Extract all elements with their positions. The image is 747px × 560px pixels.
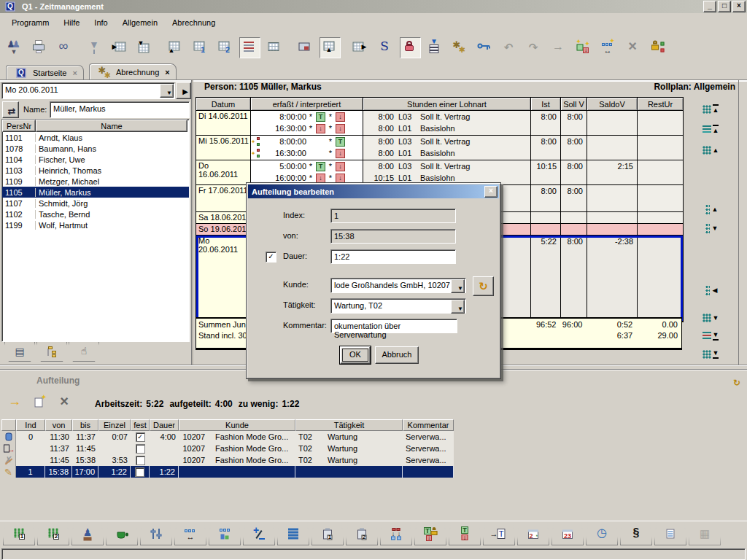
new-split-button[interactable]: ✦ <box>31 393 50 413</box>
person-row[interactable]: 1199Wolf, Hartmut <box>2 219 189 230</box>
split-col-header[interactable]: bis <box>72 419 98 431</box>
fest-checkbox[interactable]: ✓ <box>136 432 145 442</box>
col-up-button[interactable]: ▲ <box>702 201 734 220</box>
taetigkeit-combobox[interactable]: Wartung, T02 ▼ <box>330 298 466 314</box>
dialog-close-button[interactable]: × <box>484 186 498 198</box>
person-col-header[interactable]: Name <box>36 120 187 132</box>
lock-status-button[interactable] <box>648 37 669 58</box>
menu-programm[interactable]: Programm <box>4 16 56 29</box>
fest-checkbox[interactable] <box>136 444 145 454</box>
view-button[interactable]: ∞ <box>54 37 75 58</box>
undo-button[interactable]: ↶ <box>499 37 520 58</box>
dauer-checkbox[interactable]: ✓ <box>266 252 276 262</box>
taetigkeit-dropdown-icon[interactable]: ▼ <box>451 300 465 314</box>
kunde-dropdown-icon[interactable]: ▼ <box>451 279 465 293</box>
day-col-header[interactable]: Soll V <box>561 98 587 110</box>
list-view-button[interactable] <box>239 37 260 58</box>
bottom-tab-person[interactable]: ♟ <box>71 523 104 545</box>
bottom-tab-to-text[interactable]: →T <box>483 523 515 545</box>
bottom-tab-report[interactable] <box>654 523 686 545</box>
grid-down-button[interactable]: ▼ <box>702 309 734 329</box>
split-col-header[interactable] <box>1 419 16 431</box>
person-row[interactable]: 1105Müller, Markus <box>2 187 189 198</box>
bottom-tab-cup[interactable] <box>106 523 138 545</box>
table-in-right-button[interactable]: ▶ <box>109 37 131 58</box>
apply-split-button[interactable]: → <box>6 393 26 413</box>
key-button[interactable] <box>474 37 495 58</box>
menu-allgemein[interactable]: Allgemein <box>115 16 165 29</box>
grid-up-button[interactable]: ▲ <box>702 141 734 161</box>
title-bar[interactable]: Q Q1 - Zeitmanagement _ □ × <box>0 0 747 13</box>
menu-hilfe[interactable]: Hilfe <box>56 16 87 29</box>
bottom-tab-lines[interactable] <box>277 523 309 545</box>
table-in-down-button[interactable]: ▼ <box>134 37 155 58</box>
menu-info[interactable]: Info <box>87 16 115 29</box>
split-col-header[interactable]: Einzel <box>98 419 131 431</box>
day-col-header[interactable]: erfaßt / interpretiert <box>251 98 363 110</box>
table-1-button[interactable]: 1 <box>190 37 211 58</box>
day-row[interactable]: Mi 15.06.2011✦8:00:00*T✦16:30:00*↓8:00L0… <box>196 136 683 160</box>
name-input[interactable]: Müller, Markus <box>50 101 190 118</box>
person-row[interactable]: 1101Arndt, Klaus <box>2 132 189 143</box>
bottom-tab-t-lock[interactable]: T↓ <box>414 523 446 545</box>
kunde-combobox[interactable]: lode Großhandels GmbH, 10207 ▼ <box>330 278 466 293</box>
split-row[interactable]: ✎115:3817:001:221:22 <box>1 466 454 478</box>
lines-top-button[interactable]: ▲ <box>702 121 734 141</box>
jump-top-button[interactable]: ▲ <box>702 101 734 120</box>
layout-view-button[interactable] <box>295 37 316 58</box>
day-col-header[interactable]: SaldoV <box>587 98 638 110</box>
dialog-title-bar[interactable]: Aufteilung bearbeiten × <box>248 184 499 198</box>
split-col-header[interactable]: Tätigkeit <box>295 419 403 431</box>
split-col-header[interactable]: Dauer <box>150 419 179 431</box>
lines-bottom-button[interactable]: ▼ <box>702 327 734 347</box>
print-button[interactable] <box>29 37 50 58</box>
filter-button[interactable]: ▼ <box>85 37 106 58</box>
stack-button[interactable]: ▼ <box>425 37 446 58</box>
person-row[interactable]: 1102Tasche, Bernd <box>2 209 189 219</box>
delete-split-button[interactable]: × <box>55 393 75 413</box>
bottom-tab-calendar-chart[interactable]: 2◔ <box>517 523 549 545</box>
tab-startseite[interactable]: Q Startseite × <box>6 65 84 80</box>
person-row[interactable]: 1104Fischer, Uwe <box>2 154 189 165</box>
lock-button[interactable] <box>400 37 421 58</box>
day-col-header[interactable]: Ist <box>531 98 561 110</box>
saldo-button[interactable]: S <box>375 37 396 58</box>
split-row[interactable]: →11:3711:4510207Fashion Mode Gro...T02Wa… <box>1 443 454 454</box>
col-down-button[interactable]: ▼ <box>702 219 734 239</box>
bottom-tab-chart-boxes[interactable] <box>209 523 241 545</box>
bottom-tab-sliders[interactable] <box>140 523 172 545</box>
vertical-splitter[interactable] <box>191 80 193 365</box>
bottom-tab-green-table-1[interactable]: 1 <box>3 523 35 545</box>
delete-button[interactable]: × <box>623 37 644 58</box>
interval-star-button[interactable]: ✦↔ <box>598 37 619 58</box>
person-row[interactable]: 1078Baumann, Hans <box>2 143 189 154</box>
cancel-button[interactable]: Abbruch <box>375 346 419 364</box>
table-up-button[interactable]: ▲ <box>320 37 341 58</box>
redo-button[interactable]: ↷ <box>524 37 545 58</box>
fest-checkbox[interactable] <box>136 456 145 465</box>
split-col-header[interactable]: fest <box>131 419 150 431</box>
bottom-tab-clipboard-1[interactable]: 1 <box>311 523 344 545</box>
bottom-tab-transfer[interactable]: ↓↓ <box>380 523 412 545</box>
date-dropdown-button[interactable]: ▼ <box>160 84 174 98</box>
panel-options-button[interactable]: ↻ <box>728 374 746 392</box>
tab-close-icon[interactable]: × <box>72 69 77 77</box>
list-tab[interactable]: ▤ <box>4 342 35 362</box>
person-row[interactable]: 1103Heinrich, Thomas <box>2 165 189 176</box>
filter-users-button[interactable]: ♟♟▼ <box>4 37 26 58</box>
day-col-header[interactable]: Datum <box>196 98 251 110</box>
new-interval-button[interactable]: ✦✦↓ <box>573 37 595 58</box>
person-col-header[interactable]: PersNr <box>2 120 36 132</box>
table-out-up-button[interactable]: ▲ <box>165 37 186 58</box>
person-row[interactable]: 1109Metzger, Michael <box>2 176 189 187</box>
split-col-header[interactable]: Kunde <box>179 419 295 431</box>
hand-tab[interactable]: ☝ <box>69 342 99 362</box>
day-col-header[interactable]: Stunden einer Lohnart <box>363 98 531 110</box>
tree-tab[interactable] <box>36 342 67 362</box>
split-row[interactable]: 011:3011:370:07✓4:0010207Fashion Mode Gr… <box>1 431 454 443</box>
jump-bottom-button[interactable]: ▼ <box>702 346 734 365</box>
col-left-button[interactable]: ◀ <box>702 281 734 301</box>
bottom-tab-calendar-23[interactable]: 23 <box>551 523 584 545</box>
forward-button[interactable]: → <box>549 37 570 58</box>
day-col-header[interactable]: RestUr <box>638 98 683 110</box>
